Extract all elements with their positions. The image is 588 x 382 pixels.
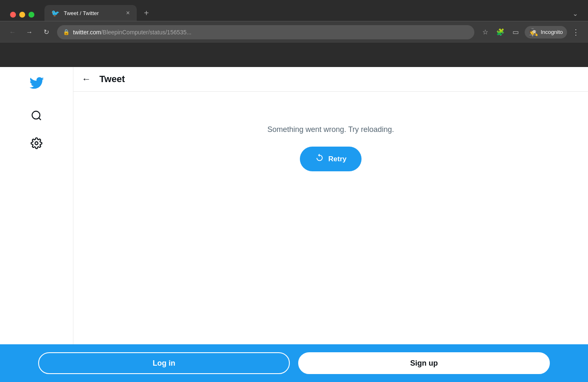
tweet-header: ← Tweet [73, 67, 588, 92]
tab-list-chevron-icon[interactable]: ⌄ [567, 10, 583, 18]
error-area: Something went wrong. Try reloading. Ret… [73, 92, 588, 344]
url-bar[interactable]: 🔒 twitter.com/BleepinComputer/status/156… [57, 25, 474, 39]
svg-point-0 [32, 111, 40, 119]
page-body: ← Tweet Something went wrong. Try reload… [0, 67, 588, 344]
incognito-label: Incognito [541, 29, 563, 35]
active-tab[interactable]: 🐦 Tweet / Twitter ✕ [44, 5, 137, 21]
page: ← Tweet Something went wrong. Try reload… [0, 67, 588, 382]
search-nav-icon[interactable] [28, 107, 45, 124]
incognito-button[interactable]: 🕵 Incognito [525, 26, 567, 39]
error-message: Something went wrong. Try reloading. [267, 125, 394, 134]
address-bar: ← → ↻ 🔒 twitter.com/BleepinComputer/stat… [0, 21, 588, 43]
url-text: twitter.com/BleepinComputer/status/15653… [73, 29, 468, 36]
settings-nav-icon[interactable] [28, 134, 45, 152]
tab-bar: 🐦 Tweet / Twitter ✕ + ⌄ [0, 0, 588, 21]
lock-icon: 🔒 [63, 29, 70, 35]
browser-menu-button[interactable]: ⋮ [570, 28, 581, 37]
svg-line-1 [39, 118, 41, 120]
bookmark-button[interactable]: ☆ [479, 26, 491, 38]
new-tab-button[interactable]: + [140, 7, 153, 19]
incognito-icon: 🕵 [529, 28, 538, 37]
svg-point-2 [35, 142, 38, 145]
back-button[interactable]: ← [82, 74, 91, 85]
maximize-window-button[interactable] [29, 12, 34, 18]
page-title: Tweet [99, 74, 125, 85]
login-button[interactable]: Log in [38, 352, 290, 374]
forward-button[interactable]: → [23, 26, 35, 38]
sidebar-nav [28, 107, 45, 152]
signup-button[interactable]: Sign up [298, 352, 550, 374]
sidebar [0, 67, 73, 344]
twitter-logo-icon[interactable] [29, 75, 44, 94]
close-window-button[interactable] [10, 12, 16, 18]
url-path: /BleepinComputer/status/156535... [101, 29, 192, 36]
reload-button[interactable]: ↻ [40, 26, 52, 38]
retry-button[interactable]: Retry [300, 147, 362, 171]
extensions-button[interactable]: 🧩 [494, 26, 506, 38]
window-controls [5, 12, 39, 18]
main-content: ← Tweet Something went wrong. Try reload… [73, 67, 588, 344]
tab-favicon-icon: 🐦 [51, 9, 60, 17]
back-button[interactable]: ← [7, 26, 18, 38]
tab-title: Tweet / Twitter [64, 10, 122, 16]
bottom-bar: Log in Sign up [0, 344, 588, 382]
minimize-window-button[interactable] [19, 12, 25, 18]
url-actions: ☆ 🧩 ▭ 🕵 Incognito ⋮ [479, 26, 581, 39]
url-domain: twitter.com [73, 29, 101, 36]
retry-icon [315, 153, 324, 165]
retry-label: Retry [328, 155, 346, 163]
sidebar-toggle-button[interactable]: ▭ [510, 26, 521, 38]
tab-close-button[interactable]: ✕ [126, 10, 130, 16]
browser-chrome: 🐦 Tweet / Twitter ✕ + ⌄ ← → ↻ 🔒 twitter.… [0, 0, 588, 67]
